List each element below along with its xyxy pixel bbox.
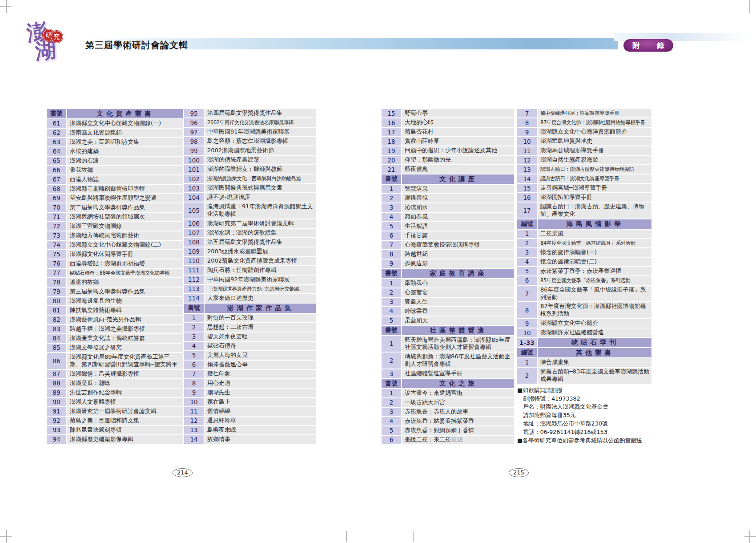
book-title-cell: 灑播喜悅 bbox=[402, 194, 514, 203]
book-number-cell: 87 bbox=[47, 370, 66, 378]
book-number-cell: 82 bbox=[47, 316, 66, 324]
table-row: 81陳扶氣立體藝術專輯 bbox=[47, 306, 183, 315]
table-row: 1092003亞洲水彩畫聯盟展 bbox=[184, 247, 316, 256]
table-row: 887年度台灣文化節：澎湖縣社區博物館尋根手冊 bbox=[517, 118, 651, 127]
table-row: 63澎湖之美：百題唱和詩文集 bbox=[47, 138, 183, 146]
table-row: 1102002菊島文化資產博覽會成果專輯 bbox=[184, 257, 316, 265]
book-number-cell: 17 bbox=[382, 128, 401, 136]
table-row: 85澎湖文學發展之研究 bbox=[47, 344, 183, 352]
table-row: 71澎湖舊網垵社聚落的領域層次 bbox=[47, 213, 183, 221]
section-title-cell: 文 化 講 座 bbox=[402, 174, 514, 184]
book-number-cell: 114 bbox=[184, 294, 204, 303]
book-title-cell: 赤崁紫菜丁香季：赤崁產業巡禮 bbox=[538, 267, 651, 276]
book-title-cell: 澎湖菜瓜：雜唸 bbox=[67, 379, 183, 388]
purchase-note-line: 劃撥帳號：41973382 bbox=[517, 395, 651, 403]
page-number-right: 215 bbox=[509, 468, 529, 477]
book-number-cell: 107 bbox=[184, 229, 204, 237]
table-row: 6千禧甘露 bbox=[382, 231, 514, 240]
table-row: 114大家來做口述歷史 bbox=[184, 294, 316, 303]
book-number-cell: 95 bbox=[184, 109, 204, 118]
table-row: 9珊瑚先生 bbox=[184, 389, 316, 397]
book-title-cell: 跨越千禧：澎湖之美攝影專輯 bbox=[67, 325, 183, 333]
table-row: 2思想起：二崁古厝 bbox=[184, 323, 316, 332]
book-title-cell: 澎湖縣文化局89年度文化資產義工第三期、第四期研習營田野調查專輯─望安將軍 bbox=[67, 353, 183, 369]
book-title-cell: 87年度台灣文化節：澎湖縣社區博物館尋根系列活動 bbox=[538, 302, 651, 318]
book-number-cell: 10 bbox=[517, 137, 537, 146]
table-row: 74澎湖縣立文化中心館藏文物圖錄(二) bbox=[47, 241, 183, 249]
table-row: 1智慧清泉 bbox=[382, 185, 514, 193]
book-number-cell: 18 bbox=[382, 137, 401, 146]
crop-mark bbox=[6, 0, 7, 13]
book-number-cell: 61 bbox=[47, 119, 66, 128]
book-number-cell: 101 bbox=[184, 165, 204, 174]
book-number-cell: 8 bbox=[517, 302, 537, 318]
table-row: 685年度全國文藝季「赤崁魚香」系列活動 bbox=[517, 276, 651, 285]
book-number-cell: 1 bbox=[184, 314, 204, 322]
book-title-cell: 望安島與將軍澳嶼住屋類型之變遷 bbox=[67, 194, 183, 203]
book-number-cell: 16 bbox=[382, 118, 401, 127]
table-row: 66畫我故鄉 bbox=[47, 166, 183, 174]
book-number-cell: 67 bbox=[47, 175, 66, 184]
book-title-cell: 懷念的旋律演唱會(一) bbox=[538, 248, 651, 257]
book-title-cell: 舊情綿綿 bbox=[205, 407, 316, 416]
book-title-cell: 沁涼如水 bbox=[402, 203, 514, 212]
book-title-cell: 回顧中的省思：少年小說論述及其他 bbox=[402, 146, 514, 155]
book-title-cell: 澎湖地方傳統民宅裝飾藝術 bbox=[67, 231, 183, 240]
book-title-cell: 菊島之美：百題唱和詩文集 bbox=[67, 417, 183, 425]
book-title-cell: 澎湖研究第二屆學術研討會論文輯 bbox=[205, 219, 316, 228]
table-row: 87澎湖鄉情：呂英輝攝影專輯 bbox=[47, 370, 183, 378]
purchase-notes: ■如欲購買請劃撥劃撥帳號：41973382戶名：財團法人澎湖縣文化基金會請加附郵… bbox=[517, 386, 651, 445]
book-number-cell: 89 bbox=[47, 389, 66, 397]
book-number-cell: 5 bbox=[517, 267, 537, 276]
book-title-cell: 澎湖海邊常見的生物 bbox=[67, 297, 183, 305]
book-number-cell: 2 bbox=[382, 353, 401, 369]
table-row: 72澎湖三宮殿文物圖錄 bbox=[47, 222, 183, 231]
book-title-cell: 陳合成畫集 bbox=[538, 358, 651, 367]
book-title-cell: 大地的心印 bbox=[402, 118, 514, 127]
book-number-cell: 3 bbox=[382, 203, 401, 212]
book-number-cell: 11 bbox=[517, 146, 537, 155]
book-title-cell: 珊瑚先生 bbox=[205, 389, 316, 397]
book-title-cell: 第五屆菊島文學獎得獎作品集 bbox=[205, 238, 316, 247]
book-title-cell: 澎湖鄉情：呂英輝攝影專輯 bbox=[67, 370, 183, 378]
book-title-cell: 澎湖文學發展之研究 bbox=[67, 344, 183, 352]
table-row: 284年度全國文藝季「媽宮街歲月」系列活動 bbox=[517, 239, 651, 247]
book-number-cell: 65 bbox=[47, 157, 66, 165]
book-number-cell: 4 bbox=[517, 258, 537, 266]
book-number-cell: 103 bbox=[184, 184, 204, 192]
table-row: 15野菊心事 bbox=[382, 109, 514, 118]
table-row: 90澎湖人文景觀專輯 bbox=[47, 398, 183, 406]
book-title-cell: 心靈饗宴 bbox=[402, 288, 514, 297]
book-title-cell: 認識古蹟日：澎湖文化資產導覽手冊 bbox=[538, 174, 651, 183]
table-row: 79第三屆菊島文學獎得獎作品集 bbox=[47, 288, 183, 296]
book-number-cell: 76 bbox=[47, 259, 66, 268]
purchase-note-line: ■各學術研究單位如需參考典藏請以公函酌量贈送 bbox=[517, 437, 651, 445]
book-number-cell: 17 bbox=[517, 203, 537, 219]
number-column-header: 書號 bbox=[382, 174, 401, 184]
book-title-cell: 赤崁魚香：姑婆浪拂紫菜香 bbox=[402, 417, 514, 425]
book-title-cell: 澎湖縣立文化中心館藏文物圖錄(一) bbox=[67, 119, 183, 128]
book-number-cell: 11 bbox=[184, 407, 204, 416]
book-title-cell: 生活絮語 bbox=[402, 222, 514, 231]
book-number-cell: 100 bbox=[184, 156, 204, 164]
table-row: 84澎湖產業文化誌：傳統糕餅篇 bbox=[47, 334, 183, 343]
book-number-cell: 108 bbox=[184, 238, 204, 247]
book-title-suffix: 迫迌 bbox=[451, 436, 463, 444]
number-column-header: 編號 bbox=[517, 348, 537, 357]
book-number-cell: 105 bbox=[184, 203, 204, 219]
table-row: 20仰望，那幽微的光 bbox=[382, 156, 514, 164]
table-row: 3社區總體營造宣導手冊 bbox=[382, 369, 514, 378]
book-title-cell: 孤帆遠影 bbox=[402, 259, 514, 268]
table-row: 105瀛海風情畫：91年澎湖海洋資源館鄉土文化活動專輯 bbox=[184, 203, 316, 219]
book-title-cell: 「澎湖縣世界遺產潛力點─玄武岩研究彙編」 bbox=[205, 285, 316, 293]
table-row: 7心海羅盤葉教授蒞澎演講專輯 bbox=[382, 241, 514, 249]
book-number-cell: 9 bbox=[184, 389, 204, 397]
table-row: 78遙遠的故鄉 bbox=[47, 278, 183, 287]
book-title-cell: 藍天碧海營造美麗西瀛島：澎湖縣85年度社區文藝活動企劃人才研習會專輯 bbox=[402, 336, 514, 352]
section-header-row: 書號家 庭 教 育 講 座 bbox=[382, 269, 514, 278]
book-title-cell: 硓砧石傳奇 bbox=[205, 342, 316, 350]
book-title-cell: 說古畫今：來踅媽宮街 bbox=[402, 389, 514, 397]
table-row: 100澎湖的傳統產業建築 bbox=[184, 156, 316, 164]
book-number-cell: 2 bbox=[517, 368, 537, 384]
table-row: 14認識古蹟日：澎湖文化資產導覽手冊 bbox=[517, 174, 651, 183]
